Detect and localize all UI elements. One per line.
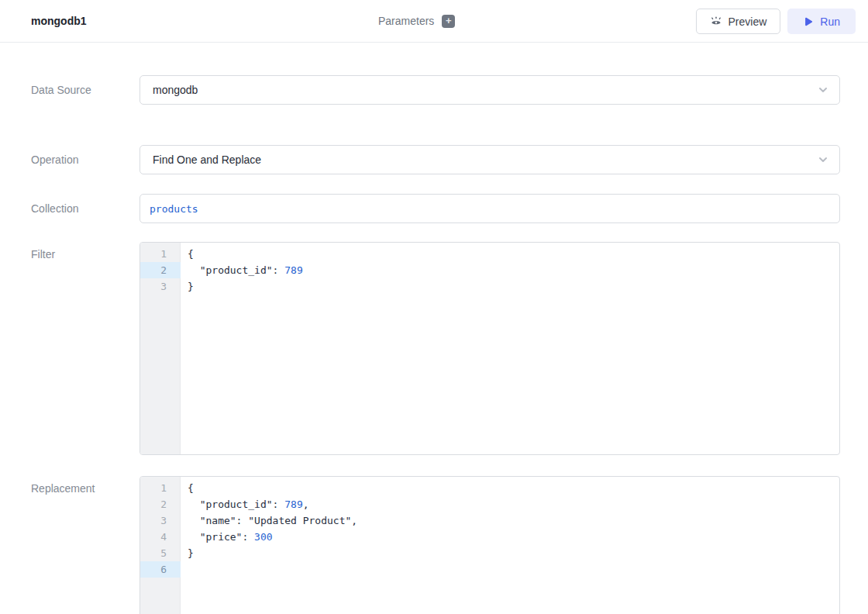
operation-value: Find One and Replace [153, 154, 261, 166]
run-button[interactable]: Run [787, 9, 856, 34]
preview-button-label: Preview [728, 16, 767, 28]
code-line-content: "product_id": 789, [181, 496, 309, 512]
preview-button[interactable]: Preview [696, 9, 781, 34]
code-line-content: } [181, 545, 194, 561]
collection-value: products [150, 203, 198, 215]
query-title: mongodb1 [31, 15, 87, 27]
parameters-label: Parameters [378, 15, 434, 27]
code-line-content [181, 561, 188, 578]
header-actions: Preview Run [696, 9, 856, 34]
code-line[interactable]: 2 "product_id": 789 [140, 262, 839, 278]
form-row-data-source: Data Source mongodb [31, 75, 840, 105]
code-line[interactable]: 2 "product_id": 789, [140, 496, 839, 512]
code-line-content: { [181, 246, 194, 262]
line-number: 4 [140, 529, 181, 545]
chevron-down-icon [818, 154, 828, 168]
collection-input[interactable]: products [140, 194, 840, 223]
line-number: 2 [140, 496, 181, 512]
code-line-content: } [181, 278, 194, 295]
plus-icon: + [446, 15, 452, 26]
filter-code-editor[interactable]: 1{2 "product_id": 7893} [140, 242, 840, 455]
play-icon [803, 16, 814, 27]
code-line-content: "product_id": 789 [181, 262, 303, 278]
collection-label: Collection [31, 202, 140, 215]
data-source-select[interactable]: mongodb [140, 75, 840, 105]
form-row-collection: Collection products [31, 194, 840, 223]
code-line[interactable]: 1{ [140, 480, 839, 496]
line-number: 5 [140, 545, 181, 561]
code-line[interactable]: 4 "price": 300 [140, 529, 839, 545]
line-number: 1 [140, 480, 181, 496]
eye-icon [710, 16, 722, 28]
code-line[interactable]: 5} [140, 545, 839, 561]
run-button-label: Run [820, 16, 840, 28]
filter-label: Filter [31, 242, 140, 260]
operation-select[interactable]: Find One and Replace [140, 145, 840, 174]
line-number: 6 [140, 561, 181, 578]
data-source-label: Data Source [31, 84, 140, 96]
code-line[interactable]: 3 "name": "Updated Product", [140, 512, 839, 529]
form-row-filter: Filter 1{2 "product_id": 7893} [31, 242, 840, 455]
form-row-replacement: Replacement 1{2 "product_id": 789,3 "nam… [31, 476, 840, 614]
code-line-content: "price": 300 [181, 529, 273, 545]
form-row-operation: Operation Find One and Replace [31, 145, 840, 174]
add-parameter-button[interactable]: + [442, 15, 455, 28]
line-number: 3 [140, 512, 181, 529]
query-editor-form: Data Source mongodb Operation Find One a… [0, 75, 868, 614]
code-line[interactable]: 1{ [140, 246, 839, 262]
code-line-content: { [181, 480, 194, 496]
line-number: 3 [140, 278, 181, 295]
replacement-code-editor[interactable]: 1{2 "product_id": 789,3 "name": "Updated… [140, 476, 840, 614]
code-line[interactable]: 3} [140, 278, 839, 295]
replacement-label: Replacement [31, 476, 140, 495]
operation-label: Operation [31, 154, 140, 166]
chevron-down-icon [818, 85, 828, 98]
data-source-value: mongodb [153, 84, 198, 96]
code-line-content: "name": "Updated Product", [181, 512, 357, 529]
parameters-section: Parameters + [378, 0, 455, 42]
query-header: mongodb1 Parameters + Preview [0, 0, 868, 43]
line-number: 2 [140, 262, 181, 278]
line-number: 1 [140, 246, 181, 262]
code-line[interactable]: 6 [140, 561, 839, 578]
